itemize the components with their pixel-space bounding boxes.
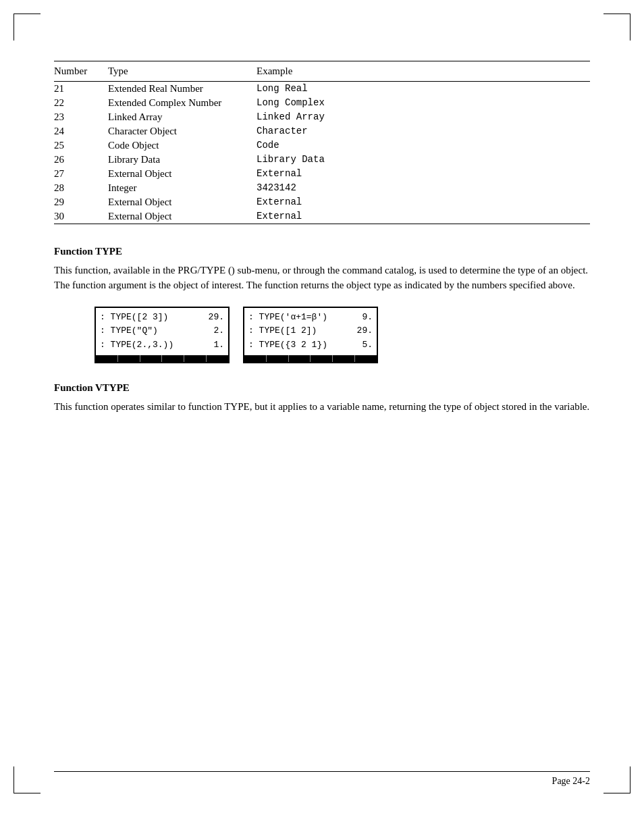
data-table: Number Type Example 21Extended Real Numb…	[54, 61, 590, 227]
table-cell-example: Code	[257, 138, 590, 153]
table-cell-example: External	[257, 167, 590, 181]
calc-screen-1-content: : TYPE([2 3]) 29. : TYPE("Q") 2. : TYPE(…	[96, 308, 228, 353]
table-cell-example: Linked Array	[257, 110, 590, 124]
col-header-number: Number	[54, 61, 108, 82]
calc1-line3: : TYPE(2.,3.)) 1.	[100, 338, 224, 353]
table-row: 24Character ObjectCharacter	[54, 124, 590, 138]
calc1-line3-right: 1.	[213, 338, 224, 353]
calc2-line1: : TYPE('α+1=β') 9.	[248, 311, 373, 325]
table-cell-example: External	[257, 195, 590, 209]
table-row: 26Library DataLibrary Data	[54, 153, 590, 167]
calc1-line3-left: : TYPE(2.,3.))	[100, 338, 211, 353]
table-row: 27External ObjectExternal	[54, 167, 590, 181]
corner-mark-bottom-left	[14, 766, 41, 793]
table-cell-number: 21	[54, 82, 108, 97]
table-cell-type: External Object	[108, 167, 257, 181]
table-row: 29External ObjectExternal	[54, 195, 590, 209]
table-cell-number: 27	[54, 167, 108, 181]
table-cell-number: 23	[54, 110, 108, 124]
table-cell-type: Extended Real Number	[108, 82, 257, 97]
table-cell-number: 22	[54, 96, 108, 110]
table-row: 22Extended Complex NumberLong Complex	[54, 96, 590, 110]
table-cell-example: Long Complex	[257, 96, 590, 110]
function-vtype-heading: Function VTYPE	[54, 382, 590, 394]
calc2-line3: : TYPE({3 2 1}) 5.	[248, 338, 373, 353]
function-vtype-body: This function operates similar to functi…	[54, 399, 590, 415]
table-cell-number: 24	[54, 124, 108, 138]
col-header-example: Example	[257, 61, 590, 82]
table-cell-type: Library Data	[108, 153, 257, 167]
page: Number Type Example 21Extended Real Numb…	[0, 0, 644, 834]
calc2-line3-right: 5.	[362, 338, 373, 353]
corner-mark-top-left	[14, 14, 41, 41]
calc1-line1-left: : TYPE([2 3])	[100, 311, 206, 325]
table-cell-type: Extended Complex Number	[108, 96, 257, 110]
table-cell-example: Character	[257, 124, 590, 138]
page-footer: Page 24-2	[54, 771, 590, 787]
calc2-line2-left: : TYPE([1 2])	[248, 324, 354, 338]
table-cell-type: Code Object	[108, 138, 257, 153]
table-cell-example: 3423142	[257, 181, 590, 195]
calc-screen-2: : TYPE('α+1=β') 9. : TYPE([1 2]) 29. : T…	[243, 307, 378, 363]
footer-divider	[54, 771, 590, 772]
calc2-line2: : TYPE([1 2]) 29.	[248, 324, 373, 338]
calc1-line2-left: : TYPE("Q")	[100, 324, 211, 338]
table-row: 21Extended Real NumberLong Real	[54, 82, 590, 97]
calc-screen-1: : TYPE([2 3]) 29. : TYPE("Q") 2. : TYPE(…	[95, 307, 230, 363]
table-cell-number: 26	[54, 153, 108, 167]
table-cell-number: 25	[54, 138, 108, 153]
table-cell-number: 29	[54, 195, 108, 209]
calc1-line1-right: 29.	[209, 311, 224, 325]
table-cell-type: Character Object	[108, 124, 257, 138]
calc-screen-2-content: : TYPE('α+1=β') 9. : TYPE([1 2]) 29. : T…	[244, 308, 377, 353]
calc1-menubar	[96, 355, 228, 362]
table-cell-example: Long Real	[257, 82, 590, 97]
table-cell-type: Integer	[108, 181, 257, 195]
table-cell-type: Linked Array	[108, 110, 257, 124]
calc2-line1-left: : TYPE('α+1=β')	[248, 311, 359, 325]
corner-mark-top-right	[603, 14, 630, 41]
calc1-line2-right: 2.	[213, 324, 224, 338]
table-cell-type: External Object	[108, 195, 257, 209]
function-type-heading: Function TYPE	[54, 246, 590, 257]
calc2-menubar	[244, 355, 377, 362]
table-cell-number: 30	[54, 209, 108, 224]
calc2-line2-right: 29.	[357, 324, 373, 338]
calc2-line3-left: : TYPE({3 2 1})	[248, 338, 359, 353]
table-row: 25Code ObjectCode	[54, 138, 590, 153]
function-type-body: This function, available in the PRG/TYPE…	[54, 263, 590, 293]
corner-mark-bottom-right	[603, 766, 630, 793]
table-cell-type: External Object	[108, 209, 257, 224]
page-number: Page 24-2	[54, 776, 590, 787]
table-cell-number: 28	[54, 181, 108, 195]
calc2-line1-right: 9.	[362, 311, 373, 325]
calc-screens-container: : TYPE([2 3]) 29. : TYPE("Q") 2. : TYPE(…	[95, 307, 590, 363]
table-row: 28Integer3423142	[54, 181, 590, 195]
table-row: 30External ObjectExternal	[54, 209, 590, 224]
calc1-line1: : TYPE([2 3]) 29.	[100, 311, 224, 325]
calc1-line2: : TYPE("Q") 2.	[100, 324, 224, 338]
table-cell-example: External	[257, 209, 590, 224]
table-row: 23Linked ArrayLinked Array	[54, 110, 590, 124]
table-cell-example: Library Data	[257, 153, 590, 167]
col-header-type: Type	[108, 61, 257, 82]
